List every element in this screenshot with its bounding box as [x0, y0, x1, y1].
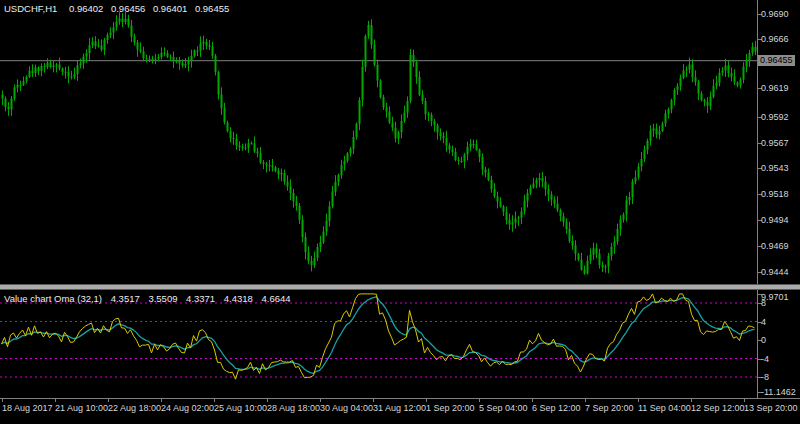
price-axis-label: 0.9619: [761, 83, 789, 93]
indicator-axis-label: -8: [761, 372, 769, 382]
indicator-value-5: 4.6644: [262, 293, 291, 304]
time-axis-label: 7 Sep 20:00: [585, 403, 634, 413]
time-axis-label: 21 Aug 10:00: [55, 403, 108, 413]
time-axis-label: 11 Sep 04:00: [638, 403, 691, 413]
indicator-value-3: 4.3371: [186, 293, 215, 304]
high-value: 0.96456: [111, 3, 145, 14]
price-axis-label: 0.9592: [761, 112, 789, 122]
symbol-ohlc-label: USDCHF,H1 0.96402 0.96456 0.96401 0.9645…: [4, 3, 234, 14]
time-axis-label: 31 Aug 12:00: [373, 403, 426, 413]
time-axis-label: 24 Aug 02:00: [161, 403, 214, 413]
time-axis-label: 30 Aug 04:00: [320, 403, 373, 413]
price-axis-label: 0.9567: [761, 138, 789, 148]
open-value: 0.96402: [69, 3, 103, 14]
main-chart-pane[interactable]: [0, 0, 757, 284]
price-axis[interactable]: 0.96900.96660.96190.95920.95670.95430.95…: [757, 0, 800, 284]
indicator-value-2: 3.5509: [148, 293, 177, 304]
time-axis-label: 28 Aug 18:00: [267, 403, 320, 413]
price-axis-label: 0.9494: [761, 215, 789, 225]
indicator-axis-label: -4: [761, 354, 769, 364]
indicator-value-1: 4.3517: [111, 293, 140, 304]
close-value: 0.96455: [195, 3, 229, 14]
time-axis-label: 12 Sep 12:00: [691, 403, 745, 413]
pane-splitter[interactable]: [0, 284, 800, 290]
indicator-name: Value chart Oma (32,1): [4, 293, 102, 304]
price-axis-label: 0.9469: [761, 241, 789, 251]
indicator-axis-label: -11.1462: [761, 387, 796, 397]
indicator-axis-label: 8: [761, 298, 766, 308]
price-axis-label: 0.9690: [761, 9, 789, 19]
chart-window: USDCHF,H1 0.96402 0.96456 0.96401 0.9645…: [0, 0, 800, 424]
time-axis-label: 1 Sep 20:00: [426, 403, 475, 413]
time-axis-label: 25 Aug 10:00: [214, 403, 267, 413]
indicator-axis-label: 0: [761, 335, 766, 345]
price-axis-label: 0.9518: [761, 189, 789, 199]
time-axis-label: 6 Sep 12:00: [532, 403, 581, 413]
time-axis-label: 13 Sep 20:00: [744, 403, 798, 413]
price-axis-label: 0.9543: [761, 163, 789, 173]
indicator-axis-label: 4: [761, 317, 766, 327]
time-axis[interactable]: 18 Aug 201721 Aug 10:0022 Aug 18:0024 Au…: [0, 398, 800, 424]
indicator-value-4: 4.4318: [224, 293, 253, 304]
price-axis-label: 0.9666: [761, 34, 789, 44]
low-value: 0.96401: [153, 3, 187, 14]
price-axis-label: 0.9444: [761, 267, 789, 277]
symbol-period-label: USDCHF,H1: [4, 3, 57, 14]
time-axis-label: 22 Aug 18:00: [108, 403, 161, 413]
indicator-pane[interactable]: [0, 290, 757, 398]
bid-price-label: 0.96455: [758, 55, 795, 66]
time-axis-label: 5 Sep 04:00: [479, 403, 528, 413]
indicator-label: Value chart Oma (32,1) 4.3517 3.5509 4.3…: [4, 293, 297, 304]
indicator-axis[interactable]: 9.9701840-4-8-11.1462: [757, 290, 800, 398]
time-axis-label: 18 Aug 2017: [2, 403, 53, 413]
